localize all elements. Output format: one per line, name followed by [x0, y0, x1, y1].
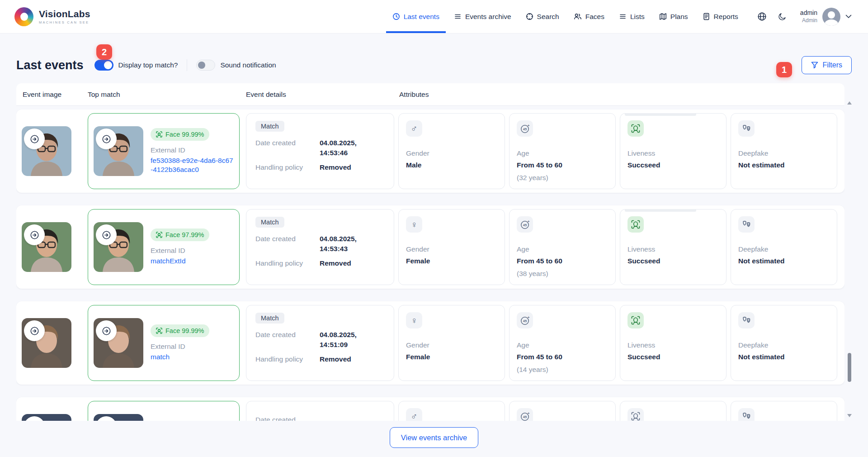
gender-label: Gender: [406, 245, 497, 253]
face-scan-icon: [156, 131, 162, 138]
external-id-label: External ID: [151, 247, 209, 255]
vertical-scrollbar[interactable]: [847, 101, 852, 417]
deepfake-card: Deepfake Not estimated: [731, 113, 837, 189]
view-events-archive-button[interactable]: View events archive: [390, 427, 478, 448]
nav-label: Events archive: [465, 13, 511, 21]
handling-policy-label: Handling policy: [255, 162, 320, 172]
match-image[interactable]: [94, 222, 143, 272]
nav-plans[interactable]: Plans: [659, 0, 688, 33]
liveness-card: Liveness Succseed: [620, 209, 726, 285]
liveness-icon: [627, 216, 644, 233]
top-match-card: Face 99.99% External ID match: [88, 305, 240, 381]
dark-mode-moon-icon[interactable]: [778, 12, 787, 21]
sound-notification-toggle[interactable]: [196, 60, 215, 71]
svg-text:+: +: [527, 315, 529, 319]
handling-policy-value: Removed: [320, 258, 351, 268]
event-image[interactable]: [22, 222, 71, 272]
list-icon: [619, 13, 627, 20]
age-value: From 45 to 60: [517, 161, 608, 169]
face-scan-icon: [156, 328, 162, 334]
brand-tagline: MACHINES CAN SEE: [39, 20, 90, 24]
open-match-icon[interactable]: [96, 320, 117, 341]
list-icon: [454, 13, 462, 20]
scrollbar-thumb[interactable]: [848, 353, 851, 382]
event-image[interactable]: [22, 126, 71, 176]
match-image[interactable]: [94, 126, 143, 176]
filters-button[interactable]: Filters: [802, 56, 852, 74]
open-match-icon[interactable]: [96, 224, 117, 245]
nav-label: Faces: [585, 13, 604, 21]
scroll-up-arrow-icon[interactable]: [847, 101, 852, 105]
user-menu[interactable]: admin Admin: [800, 8, 852, 26]
handling-policy-label: Handling policy: [255, 258, 320, 268]
age-card: 45+ Age From 45 to 60 (14 years): [509, 305, 616, 381]
chevron-down-icon[interactable]: [845, 14, 852, 19]
match-image[interactable]: [94, 414, 143, 421]
liveness-card: Liveness Succseed: [620, 305, 726, 381]
event-image[interactable]: [22, 318, 71, 368]
svg-text:45: 45: [523, 223, 526, 227]
date-created-value: 04.08.2025, 14:53:46: [320, 138, 385, 158]
nav-lists[interactable]: Lists: [619, 0, 645, 33]
nav-label: Plans: [670, 13, 688, 21]
svg-text:45: 45: [523, 319, 526, 323]
svg-text:45: 45: [523, 415, 526, 419]
deepfake-card: Deepfake Not estimated: [731, 209, 837, 285]
nav-reports[interactable]: Reports: [703, 0, 738, 33]
age-card: 45+ Age From 45 to 60 (38 years): [509, 209, 616, 285]
map-icon: [659, 13, 667, 20]
event-details-card: Match Date created 04.08.2025, 14:53:43 …: [246, 209, 394, 285]
age-card: 45+ Age From 45 to 60 (32 years): [509, 113, 616, 189]
age-icon: 45+: [517, 120, 533, 137]
nav-faces[interactable]: Faces: [574, 0, 604, 33]
external-id-link[interactable]: fe530388-e92e-4da6-8c67-4122b36acac0: [151, 156, 234, 174]
gender-value: Male: [406, 161, 497, 169]
deepfake-value: Not estimated: [738, 257, 830, 265]
date-created-label: Date created: [255, 415, 320, 421]
event-image[interactable]: [22, 414, 71, 421]
top-match-card: Face 99.99% External ID fe530388-e92e-4d…: [88, 113, 240, 189]
open-event-icon[interactable]: [24, 224, 45, 245]
age-detail: (32 years): [517, 174, 608, 182]
gender-label: Gender: [406, 149, 497, 157]
deepfake-card: Deepfake: [731, 401, 837, 421]
nav-label: Last events: [404, 13, 439, 21]
age-label: Age: [517, 149, 608, 157]
event-details-card: Date created Handling policy: [246, 401, 394, 421]
date-created-value: 04.08.2025, 14:51:09: [320, 330, 385, 350]
open-event-icon[interactable]: [24, 129, 45, 149]
gender-label: Gender: [406, 341, 497, 349]
svg-text:+: +: [527, 124, 529, 128]
open-event-icon[interactable]: [24, 320, 45, 341]
external-id-label: External ID: [151, 343, 209, 351]
age-label: Age: [517, 341, 608, 349]
col-event-image: Event image: [16, 90, 88, 99]
date-created-label: Date created: [255, 330, 320, 350]
external-id-link[interactable]: match: [151, 352, 209, 362]
open-match-icon[interactable]: [96, 129, 117, 149]
liveness-icon: [627, 120, 644, 137]
brand-logo[interactable]: VisionLabs MACHINES CAN SEE: [14, 0, 90, 33]
face-similarity-badge: Face 99.99%: [151, 324, 209, 337]
liveness-card: Liveness Succseed: [620, 113, 726, 189]
deepfake-value: Not estimated: [738, 161, 830, 169]
nav-last-events[interactable]: Last events: [392, 0, 439, 33]
avatar[interactable]: [822, 8, 840, 26]
display-top-match-toggle[interactable]: [94, 60, 113, 71]
language-globe-icon[interactable]: [757, 12, 767, 21]
deepfake-label: Deepfake: [738, 341, 830, 349]
liveness-value: Succseed: [627, 257, 719, 265]
brand-name: VisionLabs: [39, 9, 90, 19]
face-similarity-badge: Face 97.99%: [151, 228, 209, 241]
nav-events-archive[interactable]: Events archive: [454, 0, 511, 33]
gender-card: ♂ Gender: [398, 401, 505, 421]
svg-text:+: +: [527, 411, 529, 415]
deepfake-masks-icon: [738, 408, 755, 421]
external-id-label: External ID: [151, 146, 234, 154]
external-id-link[interactable]: matchExtId: [151, 257, 209, 266]
nav-search[interactable]: Search: [526, 0, 559, 33]
scroll-down-arrow-icon[interactable]: [847, 414, 852, 417]
match-image[interactable]: [94, 318, 143, 368]
gender-value: Female: [406, 257, 497, 265]
top-match-card: Face 97.99% External ID matchExtId: [88, 209, 240, 285]
